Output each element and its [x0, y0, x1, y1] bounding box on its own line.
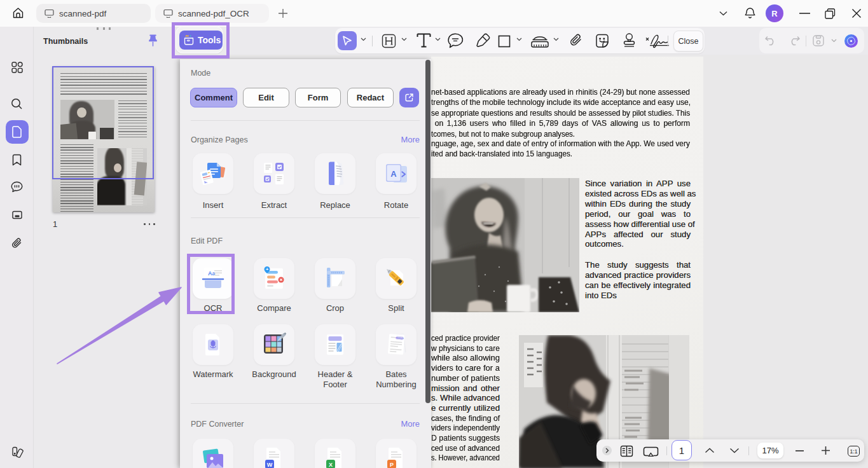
- svg-text:P: P: [390, 462, 394, 468]
- svg-text:+: +: [266, 267, 268, 272]
- svg-text:X: X: [329, 462, 333, 468]
- svg-text:W: W: [267, 462, 273, 468]
- svg-text:A: A: [390, 169, 397, 179]
